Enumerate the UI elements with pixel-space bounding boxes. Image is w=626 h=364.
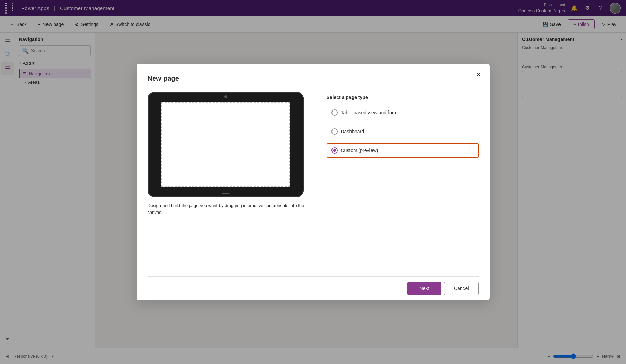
page-type-label: Select a page type xyxy=(327,95,479,100)
new-page-modal: ✕ New page Design and build the page you… xyxy=(137,64,490,300)
tablet-home-button xyxy=(222,193,230,194)
radio-label-dashboard: Dashboard xyxy=(341,129,364,134)
close-icon: ✕ xyxy=(476,71,481,78)
radio-circle-dashboard xyxy=(331,128,338,135)
tablet-preview xyxy=(148,92,304,197)
next-button[interactable]: Next xyxy=(407,282,441,295)
modal-overlay: ✕ New page Design and build the page you… xyxy=(0,0,626,364)
modal-footer: Next Cancel xyxy=(148,276,479,300)
radio-circle-table xyxy=(331,109,338,116)
modal-close-button[interactable]: ✕ xyxy=(473,69,484,80)
tablet-camera xyxy=(224,95,227,98)
modal-body: Design and build the page you want by dr… xyxy=(148,92,479,268)
tablet-screen xyxy=(161,102,290,187)
modal-preview-section: Design and build the page you want by dr… xyxy=(148,92,310,268)
modal-title: New page xyxy=(148,75,479,82)
radio-option-custom[interactable]: Custom (preview) xyxy=(327,143,479,158)
radio-option-table[interactable]: Table based view and form xyxy=(327,105,479,120)
modal-description: Design and build the page you want by dr… xyxy=(148,202,310,216)
cancel-button[interactable]: Cancel xyxy=(444,282,479,295)
radio-option-dashboard[interactable]: Dashboard xyxy=(327,124,479,139)
modal-options-section: Select a page type Table based view and … xyxy=(327,92,479,268)
radio-circle-custom xyxy=(331,147,338,154)
radio-label-table: Table based view and form xyxy=(341,110,398,115)
radio-label-custom: Custom (preview) xyxy=(341,148,378,153)
radio-circle-inner-custom xyxy=(333,149,336,152)
